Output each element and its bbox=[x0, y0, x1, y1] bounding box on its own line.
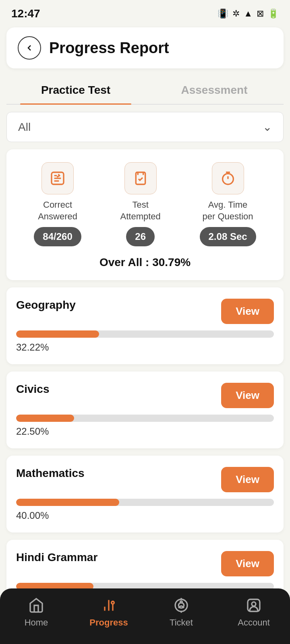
nav-item-home[interactable]: Home bbox=[12, 597, 60, 628]
bluetooth-icon: ✲ bbox=[232, 8, 240, 19]
svg-point-19 bbox=[180, 601, 182, 603]
progress-bar-geography-fill bbox=[16, 330, 99, 338]
progress-bar-geography-bg bbox=[16, 330, 274, 338]
progress-bar-mathematics-bg bbox=[16, 499, 274, 506]
subject-name-mathematics: Mathematics bbox=[16, 467, 85, 480]
vibrate-icon: 📳 bbox=[218, 8, 228, 19]
subject-header-hindi-grammar: Hindi Grammar View bbox=[16, 551, 274, 576]
view-button-hindi-grammar[interactable]: View bbox=[221, 551, 274, 576]
subject-dropdown[interactable]: All ⌄ bbox=[6, 112, 284, 142]
stat-avg-time: Avg. Time per Question 2.08 Sec bbox=[200, 162, 256, 246]
avg-time-icon-box bbox=[212, 162, 244, 194]
progress-icon bbox=[100, 597, 118, 614]
subject-percent-mathematics: 40.00% bbox=[16, 510, 49, 521]
back-arrow-icon bbox=[25, 43, 34, 53]
view-button-civics[interactable]: View bbox=[221, 383, 274, 408]
overall-score: Over All : 30.79% bbox=[14, 256, 276, 269]
subject-percent-geography: 32.22% bbox=[16, 342, 49, 353]
page-title: Progress Report bbox=[49, 39, 169, 57]
bottom-navigation: Home Progress Ticket bbox=[0, 588, 290, 644]
correct-answered-label: Correct Answered bbox=[38, 199, 77, 222]
stat-test-attempted: Test Attempted 26 bbox=[120, 162, 161, 246]
header: Progress Report bbox=[6, 27, 284, 68]
subject-header-mathematics: Mathematics View bbox=[16, 467, 274, 492]
status-icons: 📳 ✲ ▲ ⊠ 🔋 bbox=[218, 8, 279, 19]
tab-practice-test[interactable]: Practice Test bbox=[6, 76, 145, 104]
signal-icon: ⊠ bbox=[257, 8, 264, 19]
subject-card-civics: Civics View 22.50% bbox=[6, 372, 284, 448]
back-button[interactable] bbox=[18, 36, 41, 60]
svg-point-7 bbox=[222, 173, 233, 184]
clipboard-check-icon bbox=[133, 170, 149, 186]
nav-item-progress[interactable]: Progress bbox=[85, 597, 133, 628]
timer-icon bbox=[220, 170, 236, 186]
chevron-down-icon: ⌄ bbox=[263, 120, 272, 134]
subject-card-geography: Geography View 32.22% bbox=[6, 287, 284, 364]
status-time: 12:47 bbox=[11, 7, 40, 20]
home-icon bbox=[27, 597, 45, 614]
subject-name-geography: Geography bbox=[16, 299, 76, 312]
view-button-mathematics[interactable]: View bbox=[221, 467, 274, 492]
test-attempted-value: 26 bbox=[126, 227, 155, 246]
view-button-geography[interactable]: View bbox=[221, 299, 274, 324]
test-attempted-icon-box bbox=[124, 162, 157, 194]
nav-item-account[interactable]: Account bbox=[230, 597, 278, 628]
progress-bar-civics-bg bbox=[16, 415, 274, 422]
correct-answered-value: 84/260 bbox=[34, 227, 81, 246]
progress-bar-mathematics-fill bbox=[16, 499, 119, 506]
subject-percent-civics: 22.50% bbox=[16, 426, 49, 437]
checklist-icon bbox=[50, 170, 66, 186]
test-attempted-label: Test Attempted bbox=[120, 199, 161, 222]
nav-label-home: Home bbox=[25, 617, 48, 628]
tab-bar: Practice Test Assessment bbox=[6, 76, 284, 105]
ticket-icon bbox=[172, 597, 190, 614]
tab-assessment[interactable]: Assessment bbox=[145, 76, 284, 104]
subject-card-mathematics: Mathematics View 40.00% bbox=[6, 456, 284, 533]
progress-bar-civics-fill bbox=[16, 415, 74, 422]
subject-name-civics: Civics bbox=[16, 383, 50, 396]
stat-correct-answered: Correct Answered 84/260 bbox=[34, 162, 81, 246]
wifi-icon: ▲ bbox=[244, 8, 253, 19]
svg-point-14 bbox=[112, 601, 114, 604]
dropdown-selected-value: All bbox=[18, 121, 31, 134]
nav-label-progress: Progress bbox=[89, 617, 128, 628]
svg-point-21 bbox=[252, 602, 256, 606]
account-icon bbox=[245, 597, 263, 614]
subject-header-geography: Geography View bbox=[16, 299, 274, 324]
avg-time-value: 2.08 Sec bbox=[200, 227, 256, 246]
nav-label-ticket: Ticket bbox=[170, 617, 193, 628]
avg-time-label: Avg. Time per Question bbox=[203, 199, 253, 222]
subject-header-civics: Civics View bbox=[16, 383, 274, 408]
status-bar: 12:47 📳 ✲ ▲ ⊠ 🔋 bbox=[0, 0, 290, 24]
correct-answered-icon-box bbox=[41, 162, 74, 194]
subject-name-hindi-grammar: Hindi Grammar bbox=[16, 551, 97, 564]
stats-row: Correct Answered 84/260 Test A bbox=[14, 162, 276, 246]
nav-item-ticket[interactable]: Ticket bbox=[157, 597, 205, 628]
stats-card: Correct Answered 84/260 Test A bbox=[6, 149, 284, 280]
nav-label-account: Account bbox=[238, 617, 270, 628]
battery-icon: 🔋 bbox=[268, 8, 279, 19]
